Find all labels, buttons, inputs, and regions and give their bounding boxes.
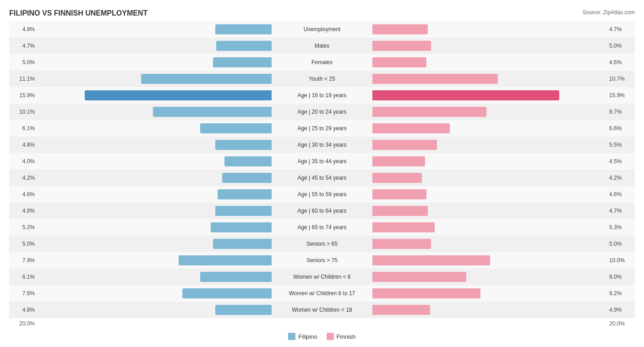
- left-value: 6.1%: [9, 274, 37, 280]
- right-bar: [372, 57, 426, 67]
- left-bar: [224, 156, 272, 166]
- right-value: 10.7%: [607, 76, 635, 82]
- left-bar: [182, 288, 272, 298]
- right-bar-container: [372, 120, 607, 137]
- left-bar-container: [37, 87, 272, 104]
- right-bar: [372, 156, 425, 166]
- right-value: 4.9%: [607, 307, 635, 313]
- chart-row: 5.0% Females 4.6%: [9, 54, 635, 71]
- legend: Filipino Finnish: [9, 333, 635, 340]
- right-bar: [372, 288, 480, 298]
- left-bar-container: [37, 120, 272, 137]
- right-value: 4.7%: [607, 26, 635, 33]
- center-label: Age | 65 to 74 years: [272, 224, 372, 231]
- chart-row: 4.6% Age | 55 to 59 years 4.6%: [9, 186, 635, 203]
- chart-row: 4.7% Males 5.0%: [9, 38, 635, 54]
- left-value: 4.7%: [9, 43, 37, 49]
- center-label: Age | 16 to 19 years: [272, 92, 372, 99]
- left-bar: [213, 57, 272, 67]
- right-bar-container: [372, 252, 607, 269]
- chart-source: Source: ZipAtlas.com: [583, 9, 635, 16]
- left-bar: [218, 189, 272, 199]
- right-value: 9.2%: [607, 290, 635, 297]
- left-bar-container: [37, 252, 272, 269]
- left-value: 5.2%: [9, 224, 37, 231]
- chart-row: 4.0% Age | 35 to 44 years 4.5%: [9, 153, 635, 170]
- center-label: Women w/ Children < 18: [272, 307, 372, 313]
- left-value: 6.1%: [9, 125, 37, 132]
- right-bar-container: [372, 54, 607, 71]
- left-value: 4.8%: [9, 142, 37, 148]
- center-label: Youth < 25: [272, 76, 372, 82]
- center-label: Age | 30 to 34 years: [272, 142, 372, 148]
- right-bar: [372, 206, 428, 216]
- center-label: Seniors > 75: [272, 257, 372, 264]
- right-bar: [372, 255, 490, 265]
- right-bar-container: [372, 285, 607, 302]
- left-bar-container: [37, 285, 272, 302]
- left-value: 7.6%: [9, 290, 37, 297]
- left-value: 10.1%: [9, 109, 37, 115]
- right-bar-container: [372, 21, 607, 38]
- right-value: 4.6%: [607, 191, 635, 198]
- left-value: 5.0%: [9, 59, 37, 66]
- right-value: 15.9%: [607, 92, 635, 99]
- right-bar-container: [372, 302, 607, 318]
- right-bar-container: [372, 104, 607, 120]
- center-label: Women w/ Children < 6: [272, 274, 372, 280]
- left-bar: [216, 41, 272, 51]
- legend-item-finnish: Finnish: [327, 333, 356, 340]
- right-bar: [372, 140, 437, 150]
- right-value: 4.2%: [607, 175, 635, 181]
- right-bar-container: [372, 71, 607, 87]
- center-label: Age | 60 to 64 years: [272, 208, 372, 214]
- right-bar-container: [372, 170, 607, 186]
- left-bar-container: [37, 219, 272, 236]
- chart-row: 6.1% Women w/ Children < 6 8.0%: [9, 269, 635, 285]
- left-value: 4.8%: [9, 208, 37, 214]
- right-bar: [372, 107, 486, 117]
- right-bar: [372, 305, 430, 315]
- left-bar: [222, 173, 272, 183]
- chart-row: 4.8% Women w/ Children < 18 4.9%: [9, 302, 635, 318]
- left-bar: [215, 206, 272, 216]
- chart-row: 4.8% Age | 60 to 64 years 4.7%: [9, 203, 635, 219]
- chart-row: 5.2% Age | 65 to 74 years 5.3%: [9, 219, 635, 236]
- right-bar-container: [372, 153, 607, 170]
- center-label: Age | 45 to 54 years: [272, 175, 372, 181]
- right-value: 5.3%: [607, 224, 635, 231]
- chart-row: 5.0% Seniors > 65 5.0%: [9, 236, 635, 252]
- left-bar: [213, 239, 272, 249]
- chart-row: 4.8% Age | 30 to 34 years 5.5%: [9, 137, 635, 153]
- right-bar: [372, 123, 450, 133]
- chart-grid: 4.8% Unemployment 4.7% 4.7% Males 5.0% 5…: [9, 21, 635, 318]
- right-bar-container: [372, 219, 607, 236]
- left-bar-container: [37, 302, 272, 318]
- right-bar: [372, 90, 559, 100]
- right-value: 6.6%: [607, 125, 635, 132]
- right-bar: [372, 74, 498, 84]
- left-bar-container: [37, 203, 272, 219]
- right-bar: [372, 24, 428, 34]
- right-value: 9.7%: [607, 109, 635, 115]
- legend-color-finnish: [327, 333, 334, 340]
- right-bar-container: [372, 137, 607, 153]
- left-bar: [153, 107, 272, 117]
- left-bar: [179, 255, 272, 265]
- chart-row: 7.9% Seniors > 75 10.0%: [9, 252, 635, 269]
- center-label: Age | 35 to 44 years: [272, 158, 372, 165]
- left-bar: [211, 222, 272, 232]
- right-bar-container: [372, 269, 607, 285]
- right-bar-container: [372, 186, 607, 203]
- left-bar-container: [37, 71, 272, 87]
- axis-left-value: 20.0%: [9, 320, 37, 327]
- left-bar: [215, 24, 272, 34]
- chart-row: 4.8% Unemployment 4.7%: [9, 21, 635, 38]
- center-label: Seniors > 65: [272, 241, 372, 247]
- center-label: Males: [272, 43, 372, 49]
- left-value: 4.6%: [9, 191, 37, 198]
- chart-row: 7.6% Women w/ Children 6 to 17 9.2%: [9, 285, 635, 302]
- left-bar: [215, 305, 272, 315]
- left-value: 5.0%: [9, 241, 37, 247]
- left-bar: [141, 74, 272, 84]
